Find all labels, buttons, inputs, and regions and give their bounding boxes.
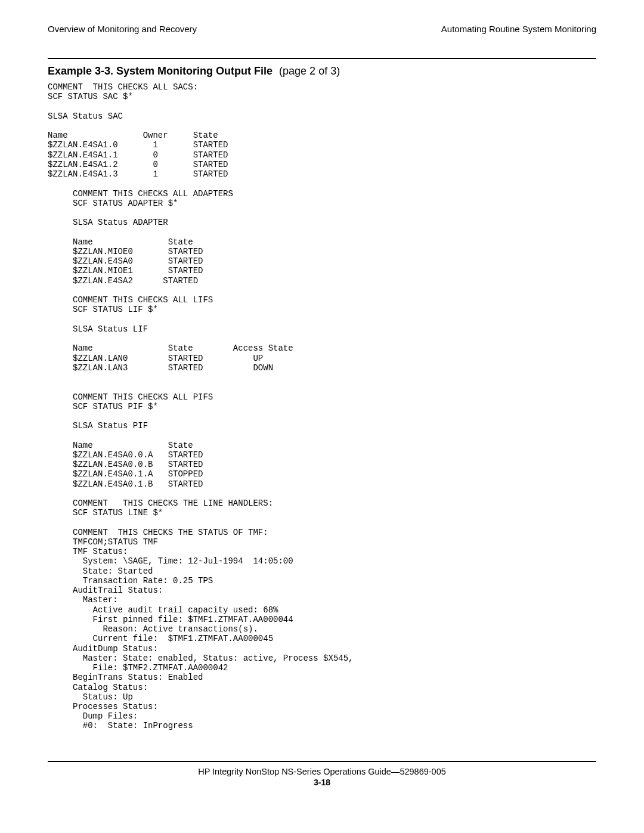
code-listing: COMMENT THIS CHECKS ALL SACS: SCF STATUS… — [48, 82, 596, 731]
bottom-rule — [48, 761, 596, 762]
footer-area: HP Integrity NonStop NS-Series Operation… — [48, 761, 596, 787]
example-label: Example 3-3. System Monitoring Output Fi… — [48, 65, 273, 77]
footer-line: HP Integrity NonStop NS-Series Operation… — [48, 767, 596, 776]
header-right: Automating Routine System Monitoring — [441, 24, 596, 34]
header-left: Overview of Monitoring and Recovery — [48, 24, 197, 34]
example-title: Example 3-3. System Monitoring Output Fi… — [48, 65, 596, 78]
top-rule — [48, 58, 596, 59]
running-header: Overview of Monitoring and Recovery Auto… — [48, 24, 596, 34]
example-page-note: (page 2 of 3) — [279, 65, 340, 77]
footer-page-number: 3-18 — [48, 778, 596, 787]
document-page: Overview of Monitoring and Recovery Auto… — [0, 0, 644, 805]
